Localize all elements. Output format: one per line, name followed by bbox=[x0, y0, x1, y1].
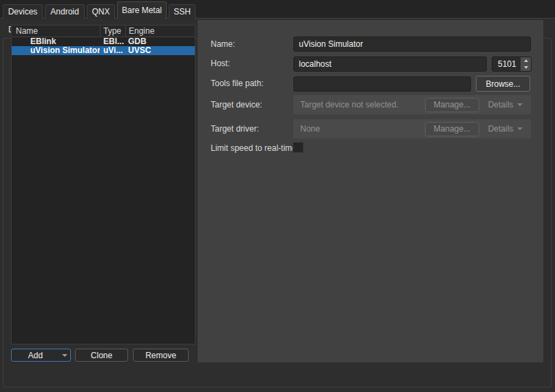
target-device-text: Target device not selected. bbox=[293, 100, 425, 110]
provider-details-panel: Name: Host: 5101 Tools file path: Browse… bbox=[198, 20, 543, 362]
port-spin-arrows[interactable] bbox=[520, 57, 531, 71]
settings-window: Devices Android QNX Bare Metal SSH Debug… bbox=[0, 0, 555, 392]
add-menu-chevron-down-icon[interactable] bbox=[59, 354, 70, 357]
details-chevron-down-icon bbox=[517, 127, 523, 130]
clone-button[interactable]: Clone bbox=[75, 349, 128, 362]
browse-button[interactable]: Browse... bbox=[476, 76, 530, 92]
limit-speed-label: Limit speed to real-time: bbox=[211, 143, 299, 154]
target-driver-text: None bbox=[293, 124, 425, 134]
providers-table[interactable]: Name Type Engine EBlink EBl... GDB uVisi… bbox=[11, 25, 196, 344]
spin-down-icon[interactable] bbox=[521, 64, 531, 71]
target-driver-manage-button[interactable]: Manage... bbox=[425, 122, 479, 136]
tab-qnx[interactable]: QNX bbox=[87, 4, 115, 19]
cell-type: uVi... bbox=[100, 46, 125, 55]
tab-qnx-label: QNX bbox=[92, 7, 109, 17]
add-button-label: Add bbox=[12, 351, 59, 360]
target-driver-label: Target driver: bbox=[211, 123, 259, 134]
manage-button-label: Manage... bbox=[434, 124, 470, 134]
add-button[interactable]: Add bbox=[11, 349, 71, 362]
column-header-type[interactable]: Type bbox=[100, 25, 125, 37]
cell-type: EBl... bbox=[100, 37, 125, 46]
column-header-engine[interactable]: Engine bbox=[125, 25, 195, 37]
name-input[interactable] bbox=[293, 37, 531, 52]
tab-bare-metal[interactable]: Bare Metal bbox=[117, 1, 167, 19]
tools-file-path-label: Tools file path: bbox=[211, 78, 264, 89]
column-header-name[interactable]: Name bbox=[12, 25, 100, 37]
tab-android-label: Android bbox=[50, 7, 78, 17]
limit-speed-checkbox[interactable] bbox=[293, 142, 304, 153]
port-value: 5101 bbox=[492, 57, 520, 71]
tab-devices[interactable]: Devices bbox=[3, 4, 43, 19]
host-label: Host: bbox=[211, 58, 230, 69]
tab-bare-metal-label: Bare Metal bbox=[122, 6, 162, 15]
details-chevron-down-icon bbox=[517, 103, 523, 106]
target-device-label: Target device: bbox=[211, 99, 262, 110]
details-button-label: Details bbox=[488, 100, 514, 110]
target-driver-details-button[interactable]: Details bbox=[484, 124, 527, 134]
table-header: Name Type Engine bbox=[12, 25, 195, 37]
remove-button[interactable]: Remove bbox=[133, 349, 189, 362]
cell-engine: GDB bbox=[125, 37, 195, 46]
name-label: Name: bbox=[211, 39, 235, 50]
tools-file-path-input[interactable] bbox=[293, 76, 471, 92]
tab-android[interactable]: Android bbox=[45, 4, 85, 19]
table-row-uvision-simulator[interactable]: uVision Simulator uVi... UVSC bbox=[12, 46, 195, 55]
cell-name: EBlink bbox=[12, 37, 100, 46]
target-device-manage-button[interactable]: Manage... bbox=[425, 98, 479, 112]
host-input[interactable] bbox=[293, 56, 487, 72]
spin-up-icon[interactable] bbox=[521, 57, 531, 64]
target-device-field: Target device not selected. Manage... De… bbox=[293, 95, 531, 114]
target-driver-field: None Manage... Details bbox=[293, 119, 531, 138]
cell-name: uVision Simulator bbox=[12, 46, 100, 55]
target-device-details-button[interactable]: Details bbox=[484, 100, 527, 110]
manage-button-label: Manage... bbox=[434, 100, 470, 110]
browse-button-label: Browse... bbox=[485, 79, 520, 89]
remove-button-label: Remove bbox=[145, 351, 176, 360]
tab-devices-label: Devices bbox=[8, 7, 38, 17]
tab-ssh-label: SSH bbox=[174, 7, 191, 17]
port-spinbox[interactable]: 5101 bbox=[492, 56, 532, 72]
cell-engine: UVSC bbox=[125, 46, 195, 55]
tab-ssh[interactable]: SSH bbox=[169, 4, 196, 19]
details-button-label: Details bbox=[488, 124, 514, 134]
clone-button-label: Clone bbox=[91, 351, 112, 360]
table-row-eblink[interactable]: EBlink EBl... GDB bbox=[12, 37, 195, 46]
bare-metal-pane: Debug Server Providers Name Type Engine … bbox=[0, 18, 555, 392]
